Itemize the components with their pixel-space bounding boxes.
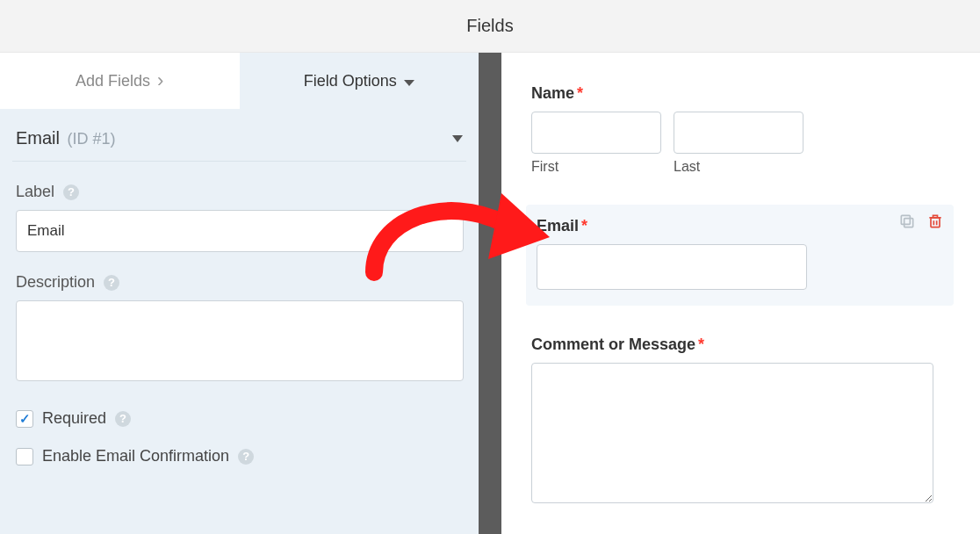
tab-add-fields[interactable]: Add Fields (0, 53, 240, 109)
description-input[interactable] (16, 300, 464, 381)
preview-email-field[interactable]: Email * (526, 205, 954, 306)
preview-name-label: Name * (531, 84, 948, 103)
option-description-heading: Description (16, 273, 95, 292)
main-area: Add Fields Field Options Email (ID #1) L… (0, 53, 980, 534)
preview-comment-field[interactable]: Comment or Message * (526, 330, 954, 512)
chevron-down-icon (404, 80, 414, 86)
help-icon[interactable]: ? (115, 411, 131, 427)
preview-comment-label: Comment or Message * (531, 336, 948, 354)
chevron-right-icon (157, 69, 163, 92)
required-row: Required ? (12, 409, 466, 428)
field-options-body: Email (ID #1) Label ? Description ? (0, 109, 479, 474)
selected-field-name: Email (16, 128, 60, 148)
svg-rect-1 (901, 215, 910, 224)
page-title: Fields (466, 16, 513, 36)
selected-field-id: (ID #1) (67, 130, 115, 148)
left-panel: Add Fields Field Options Email (ID #1) L… (0, 53, 479, 534)
form-preview: Name * First Last (501, 53, 980, 534)
last-sublabel: Last (674, 159, 803, 175)
page-header: Fields (0, 0, 980, 53)
selected-field-title: Email (ID #1) (16, 128, 115, 148)
required-label: Required (42, 409, 106, 428)
email-input[interactable] (537, 244, 807, 290)
chevron-down-icon[interactable] (452, 135, 463, 142)
required-checkbox[interactable] (16, 410, 33, 428)
field-options-header[interactable]: Email (ID #1) (12, 128, 466, 162)
svg-rect-0 (904, 219, 913, 227)
help-icon[interactable]: ? (63, 184, 79, 200)
enable-confirmation-checkbox[interactable] (16, 448, 33, 465)
enable-confirmation-label: Enable Email Confirmation (42, 447, 229, 465)
preview-name-field[interactable]: Name * First Last (526, 79, 954, 180)
help-icon[interactable]: ? (238, 449, 254, 465)
option-label-group: Label ? (12, 183, 466, 252)
required-star-icon: * (581, 217, 587, 235)
tab-field-options[interactable]: Field Options (240, 53, 479, 109)
label-input[interactable] (16, 210, 464, 252)
panel-divider (479, 53, 501, 534)
help-icon[interactable]: ? (104, 275, 119, 291)
required-star-icon: * (698, 336, 704, 354)
first-sublabel: First (531, 159, 661, 175)
duplicate-icon[interactable] (897, 212, 917, 231)
field-action-bar (897, 212, 945, 231)
required-star-icon: * (577, 84, 583, 103)
last-name-input[interactable] (674, 112, 803, 154)
option-label-heading: Label (16, 183, 54, 201)
preview-email-label: Email * (537, 217, 943, 235)
enable-confirmation-row: Enable Email Confirmation ? (12, 447, 466, 465)
svg-rect-2 (931, 218, 940, 227)
tab-add-fields-label: Add Fields (76, 72, 150, 90)
comment-textarea[interactable] (531, 363, 933, 503)
tab-field-options-label: Field Options (304, 72, 397, 90)
first-name-input[interactable] (531, 112, 661, 154)
trash-icon[interactable] (926, 212, 945, 231)
option-description-group: Description ? (12, 273, 466, 385)
panel-tabs: Add Fields Field Options (0, 53, 479, 109)
